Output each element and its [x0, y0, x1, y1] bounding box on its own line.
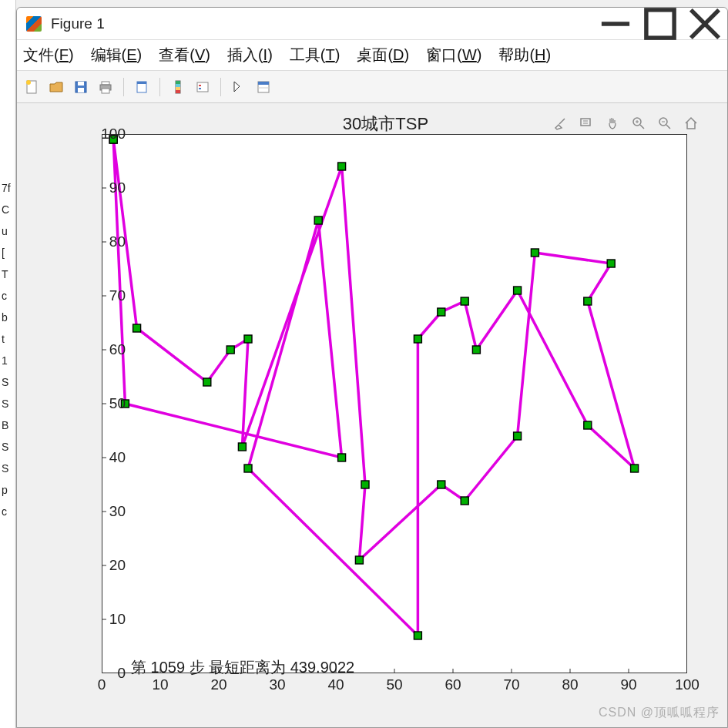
city-marker — [461, 497, 468, 505]
city-marker — [607, 260, 615, 267]
x-tick-label: 90 — [620, 676, 636, 693]
menu-help[interactable]: 帮助(H) — [498, 45, 551, 65]
watermark: CSDN @顶呱呱程序 — [599, 705, 720, 721]
axes-toolbar — [551, 114, 700, 133]
y-tick-label: 20 — [109, 557, 126, 574]
gutter-char: u — [0, 220, 15, 242]
title-bar: Figure 1 — [17, 8, 727, 40]
insert-legend-button[interactable] — [193, 77, 213, 97]
city-marker — [414, 632, 421, 639]
y-tick-label: 100 — [101, 126, 126, 143]
y-tick-label: 10 — [109, 611, 126, 628]
close-button[interactable] — [683, 8, 727, 39]
zoom-in-icon[interactable] — [629, 114, 648, 133]
x-tick-label: 40 — [327, 676, 344, 693]
brush-icon[interactable] — [551, 114, 569, 133]
city-marker — [226, 346, 234, 354]
chart-annotation: 第 1059 步 最短距离为 439.9022 — [131, 657, 354, 678]
city-marker — [361, 481, 369, 488]
print-button[interactable] — [96, 77, 116, 97]
toolbar-separator — [123, 78, 124, 96]
city-marker — [472, 346, 480, 354]
matlab-app-icon — [26, 16, 42, 32]
maximize-button[interactable] — [638, 8, 683, 39]
x-tick-label: 70 — [503, 676, 519, 693]
open-property-inspector-button[interactable] — [253, 77, 273, 97]
menu-window[interactable]: 窗口(W) — [426, 45, 481, 65]
svg-rect-19 — [197, 82, 208, 92]
y-tick-label: 0 — [117, 665, 126, 682]
city-marker — [244, 465, 252, 472]
figure-toolbar — [17, 71, 727, 103]
y-tick-label: 90 — [109, 179, 126, 196]
gutter-char: b — [0, 307, 15, 328]
city-marker — [514, 287, 522, 294]
x-tick-label: 30 — [269, 676, 285, 693]
x-tick-label: 50 — [386, 676, 402, 693]
svg-rect-23 — [258, 82, 269, 85]
svg-rect-9 — [102, 82, 109, 85]
gutter-char: B — [0, 414, 15, 436]
city-marker — [584, 297, 592, 305]
x-tick-label: 10 — [152, 676, 168, 693]
city-marker — [133, 324, 141, 332]
menu-tools[interactable]: 工具(T) — [290, 45, 341, 65]
city-marker — [584, 421, 592, 429]
gutter-char: p — [0, 479, 15, 501]
pan-icon[interactable] — [603, 114, 622, 133]
datatip-icon[interactable] — [577, 114, 595, 133]
window-controls — [593, 8, 727, 39]
svg-rect-1 — [646, 9, 674, 37]
city-marker — [355, 556, 363, 564]
svg-rect-21 — [199, 88, 201, 89]
y-tick-label: 60 — [109, 341, 126, 358]
gutter-char: 1 — [0, 350, 15, 371]
menu-bar: 文件(F) 编辑(E) 查看(V) 插入(I) 工具(T) 桌面(D) 窗口(W… — [17, 40, 727, 71]
insert-colorbar-button[interactable] — [168, 77, 188, 97]
gutter-char: S — [0, 371, 15, 393]
svg-rect-17 — [176, 87, 180, 90]
menu-edit[interactable]: 编辑(E) — [91, 45, 143, 65]
svg-rect-16 — [176, 84, 180, 87]
menu-view[interactable]: 查看(V) — [159, 45, 210, 65]
toolbar-separator — [220, 78, 221, 96]
city-marker — [461, 297, 468, 305]
save-button[interactable] — [71, 77, 91, 97]
y-tick-label: 30 — [109, 503, 126, 520]
x-tick-label: 100 — [675, 676, 699, 693]
gutter-char: 7f — [0, 177, 15, 199]
y-tick-label: 50 — [109, 395, 126, 412]
menu-insert[interactable]: 插入(I) — [227, 45, 273, 65]
svg-rect-18 — [176, 90, 180, 93]
svg-rect-8 — [78, 88, 84, 92]
minimize-button[interactable] — [593, 8, 638, 39]
city-marker — [514, 432, 522, 440]
city-marker — [438, 308, 445, 316]
svg-rect-11 — [102, 89, 109, 93]
home-icon[interactable] — [682, 114, 700, 133]
gutter-char: T — [0, 263, 15, 285]
zoom-out-icon[interactable] — [656, 114, 674, 133]
axes-container: 30城市TSP 01020304050607080901000102030405… — [55, 111, 716, 720]
menu-file[interactable]: 文件(F) — [23, 45, 74, 65]
tsp-route-line — [113, 139, 634, 636]
menu-desktop[interactable]: 桌面(D) — [357, 45, 409, 65]
edit-plot-button[interactable] — [229, 77, 249, 97]
city-marker — [314, 216, 322, 224]
toolbar-separator — [159, 78, 160, 96]
window-title: Figure 1 — [51, 15, 105, 32]
link-axes-button[interactable] — [132, 77, 152, 97]
open-button[interactable] — [46, 77, 66, 97]
city-marker — [338, 454, 346, 461]
plot-area: 30城市TSP 01020304050607080901000102030405… — [17, 103, 727, 727]
svg-point-5 — [26, 80, 31, 85]
x-tick-label: 20 — [210, 676, 226, 693]
new-figure-button[interactable] — [22, 77, 42, 97]
svg-rect-20 — [199, 85, 201, 86]
figure-window: Figure 1 文件(F) 编辑(E) 查看(V) 插入(I) 工具(T) 桌… — [16, 7, 728, 728]
svg-rect-13 — [137, 82, 146, 84]
gutter-char: c — [0, 501, 15, 522]
city-marker — [631, 465, 639, 472]
svg-line-33 — [666, 125, 670, 129]
svg-rect-25 — [581, 119, 590, 126]
